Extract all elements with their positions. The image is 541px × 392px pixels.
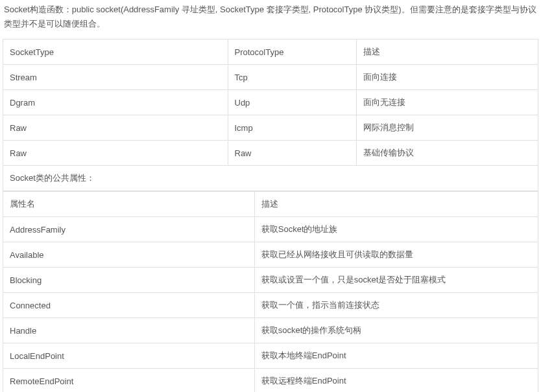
cell-property-name: Blocking xyxy=(3,268,255,293)
cell-protocoltype: Udp xyxy=(228,90,356,115)
header-protocoltype: ProtocolType xyxy=(228,40,356,65)
table-row: Raw Icmp 网际消息控制 xyxy=(3,115,538,141)
socket-type-protocol-table: SocketType ProtocolType 描述 Stream Tcp 面向… xyxy=(3,39,538,191)
cell-description: 网际消息控制 xyxy=(356,115,538,141)
cell-protocoltype: Raw xyxy=(228,141,356,166)
header-description: 描述 xyxy=(356,40,538,65)
table-row: Raw Raw 基础传输协议 xyxy=(3,141,538,166)
header-description: 描述 xyxy=(254,192,538,217)
header-property-name: 属性名 xyxy=(3,192,255,217)
section-title-row: Socket类的公共属性： xyxy=(3,166,538,191)
cell-property-name: LocalEndPoint xyxy=(3,343,255,369)
socket-properties-table: 属性名 描述 AddressFamily 获取Socket的地址族 Availa… xyxy=(3,191,538,392)
cell-description: 面向连接 xyxy=(356,65,538,90)
table-row: Handle 获取socket的操作系统句柄 xyxy=(3,318,538,343)
cell-description: 获取远程终端EndPoint xyxy=(254,369,538,392)
cell-description: 获取本地终端EndPoint xyxy=(254,343,538,369)
cell-sockettype: Raw xyxy=(3,141,228,166)
cell-description: 获取socket的操作系统句柄 xyxy=(254,318,538,343)
cell-property-name: Handle xyxy=(3,318,255,343)
table-row: Available 获取已经从网络接收且可供读取的数据量 xyxy=(3,242,538,268)
cell-sockettype: Raw xyxy=(3,115,228,141)
table-row: Dgram Udp 面向无连接 xyxy=(3,90,538,115)
cell-description: 获取或设置一个值，只是socket是否处于阻塞模式 xyxy=(254,268,538,293)
cell-sockettype: Stream xyxy=(3,65,228,90)
table-row: RemoteEndPoint 获取远程终端EndPoint xyxy=(3,369,538,392)
cell-description: 面向无连接 xyxy=(356,90,538,115)
table-header-row: SocketType ProtocolType 描述 xyxy=(3,40,538,65)
cell-description: 获取已经从网络接收且可供读取的数据量 xyxy=(254,242,538,268)
cell-protocoltype: Icmp xyxy=(228,115,356,141)
cell-protocoltype: Tcp xyxy=(228,65,356,90)
table-row: AddressFamily 获取Socket的地址族 xyxy=(3,217,538,242)
cell-property-name: RemoteEndPoint xyxy=(3,369,255,392)
cell-description: 基础传输协议 xyxy=(356,141,538,166)
section-title: Socket类的公共属性： xyxy=(3,166,538,191)
table-row: Stream Tcp 面向连接 xyxy=(3,65,538,90)
table-header-row: 属性名 描述 xyxy=(3,192,538,217)
cell-description: 获取一个值，指示当前连接状态 xyxy=(254,293,538,318)
cell-property-name: Available xyxy=(3,242,255,268)
table-row: Blocking 获取或设置一个值，只是socket是否处于阻塞模式 xyxy=(3,268,538,293)
table-row: Connected 获取一个值，指示当前连接状态 xyxy=(3,293,538,318)
cell-property-name: Connected xyxy=(3,293,255,318)
cell-sockettype: Dgram xyxy=(3,90,228,115)
cell-property-name: AddressFamily xyxy=(3,217,255,242)
cell-description: 获取Socket的地址族 xyxy=(254,217,538,242)
table-row: LocalEndPoint 获取本地终端EndPoint xyxy=(3,343,538,369)
intro-paragraph: Socket构造函数：public socket(AddressFamily 寻… xyxy=(3,3,538,31)
header-sockettype: SocketType xyxy=(3,40,228,65)
